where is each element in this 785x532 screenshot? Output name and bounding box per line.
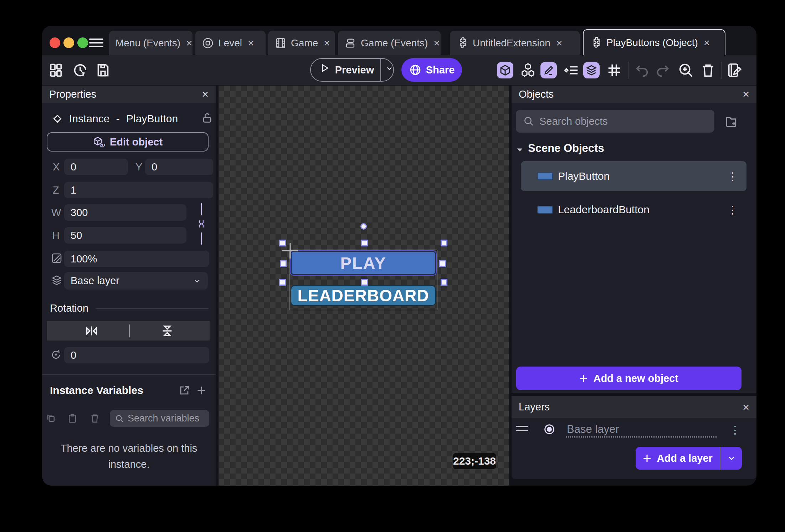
object-row-leaderboardbutton[interactable]: LeaderboardButton ⋮ [521, 195, 746, 225]
add-new-object-button[interactable]: + Add a new object [516, 367, 742, 390]
traffic-close-button[interactable] [50, 37, 60, 48]
properties-toggle-icon[interactable] [540, 62, 557, 78]
tab-label: Level [218, 37, 242, 49]
x-label: X [53, 161, 60, 173]
play-icon [319, 63, 330, 77]
opacity-input[interactable] [64, 251, 209, 267]
add-variable-icon[interactable] [195, 384, 207, 397]
search-variables-input[interactable] [110, 410, 209, 427]
rotation-input[interactable] [64, 347, 209, 363]
row-menu-icon[interactable]: ⋮ [727, 170, 746, 183]
unlock-icon[interactable] [201, 112, 213, 124]
rotate-selection-handle[interactable] [360, 223, 367, 230]
add-layer-dropdown-button[interactable] [720, 447, 742, 470]
redo-icon[interactable] [655, 62, 671, 78]
h-input[interactable] [64, 227, 186, 244]
objects-panel-toggle-icon[interactable] [497, 62, 513, 78]
resize-handle-top-middle[interactable] [361, 240, 368, 246]
collapse-triangle-icon[interactable] [516, 146, 524, 153]
history-icon[interactable] [72, 62, 88, 78]
close-icon[interactable]: × [202, 88, 209, 100]
close-icon[interactable]: × [743, 88, 749, 100]
tab-game[interactable]: Game × [268, 31, 335, 55]
properties-title: Properties [49, 88, 96, 100]
properties-header: Properties × [42, 86, 216, 103]
zoom-in-icon[interactable] [678, 62, 694, 78]
add-folder-icon[interactable] [724, 115, 738, 128]
play-button-instance[interactable]: PLAY [291, 251, 436, 275]
leaderboard-button-instance[interactable]: LEADERBOARD [291, 285, 436, 306]
resize-handle-middle-left[interactable] [280, 260, 287, 267]
tab-game-events[interactable]: Game (Events) × [338, 31, 441, 55]
edit-object-label: Edit object [110, 136, 163, 148]
close-icon[interactable]: × [743, 401, 749, 413]
w-input[interactable] [64, 204, 186, 221]
resize-handle-bottom-left[interactable] [279, 279, 286, 286]
layers-toggle-icon[interactable] [583, 62, 600, 78]
main-menu-icon[interactable] [89, 39, 103, 48]
extension-puzzle-icon [590, 37, 602, 49]
open-in-window-icon[interactable] [178, 384, 190, 397]
globe-icon [409, 63, 422, 76]
delete-variable-icon[interactable] [89, 413, 100, 424]
share-button[interactable]: Share [401, 58, 462, 82]
close-icon[interactable]: × [185, 37, 193, 49]
y-input[interactable] [145, 159, 213, 175]
resize-handle-top-right[interactable] [441, 240, 447, 246]
copy-icon[interactable] [46, 413, 56, 424]
layer-name-field[interactable]: Base layer [567, 423, 619, 436]
layer-select[interactable]: Base layer [64, 272, 208, 290]
link-dimensions-icon[interactable] [196, 203, 207, 245]
tab-level[interactable]: Level × [195, 31, 266, 55]
search-objects [516, 110, 714, 133]
object-row-playbutton[interactable]: PlayButton ⋮ [521, 161, 746, 191]
layers-panel: Layers × Base layer ⋮ + Add a layer [512, 396, 756, 479]
add-layer-button[interactable]: + Add a layer [636, 447, 720, 470]
share-label: Share [426, 64, 455, 76]
tab-label: Game [291, 37, 318, 49]
paste-icon[interactable] [67, 413, 78, 424]
resize-handle-middle-right[interactable] [439, 260, 446, 267]
chevron-down-icon[interactable] [385, 65, 393, 75]
film-icon [275, 37, 287, 49]
resize-handle-bottom-middle[interactable] [361, 279, 368, 286]
layer-visibility-icon[interactable] [543, 423, 556, 436]
x-input[interactable] [64, 159, 128, 175]
preview-button[interactable]: Preview [310, 58, 394, 82]
traffic-zoom-button[interactable] [77, 37, 88, 48]
app-window: Menu (Events) × Level × Game × Game (Eve… [42, 26, 756, 486]
instances-list-toggle-icon[interactable] [520, 62, 536, 78]
resize-handle-bottom-right[interactable] [441, 279, 447, 286]
project-manager-icon[interactable] [48, 62, 64, 78]
close-icon[interactable]: × [322, 37, 330, 49]
preview-label: Preview [335, 64, 374, 76]
layer-select-icon [51, 274, 63, 286]
edit-object-button[interactable]: 2D Edit object [47, 132, 209, 152]
flip-horizontal-icon[interactable] [84, 324, 99, 338]
layer-menu-icon[interactable]: ⋮ [730, 424, 749, 436]
close-icon[interactable]: × [555, 37, 563, 49]
close-icon[interactable]: × [432, 37, 440, 49]
delete-icon[interactable] [700, 62, 716, 78]
instances-icon[interactable] [563, 62, 580, 78]
undo-icon[interactable] [634, 62, 650, 78]
tab-untitled-extension[interactable]: UntitledExtension × [450, 31, 580, 55]
tab-menu-events[interactable]: Menu (Events) × [109, 31, 193, 55]
tab-playbuttons-object[interactable]: PlayButtons (Object) × [583, 29, 725, 55]
traffic-minimize-button[interactable] [63, 37, 74, 48]
close-icon[interactable]: × [702, 37, 710, 49]
save-icon[interactable] [95, 62, 111, 78]
flip-vertical-icon[interactable] [160, 324, 174, 338]
events-sheet-icon [344, 37, 356, 49]
close-icon[interactable]: × [246, 37, 254, 49]
search-objects-input[interactable] [516, 110, 714, 133]
resize-handle-top-left[interactable] [279, 240, 286, 246]
object-thumbnail [537, 206, 553, 214]
edit-scene-icon[interactable] [727, 62, 743, 78]
scene-canvas[interactable]: PLAY LEADERBOARD 223;-138 [219, 86, 509, 486]
instance-type-label: Instance [69, 113, 109, 124]
layer-drag-handle[interactable] [516, 426, 528, 434]
z-input[interactable] [64, 182, 213, 198]
row-menu-icon[interactable]: ⋮ [727, 204, 746, 216]
grid-icon[interactable] [606, 62, 622, 78]
